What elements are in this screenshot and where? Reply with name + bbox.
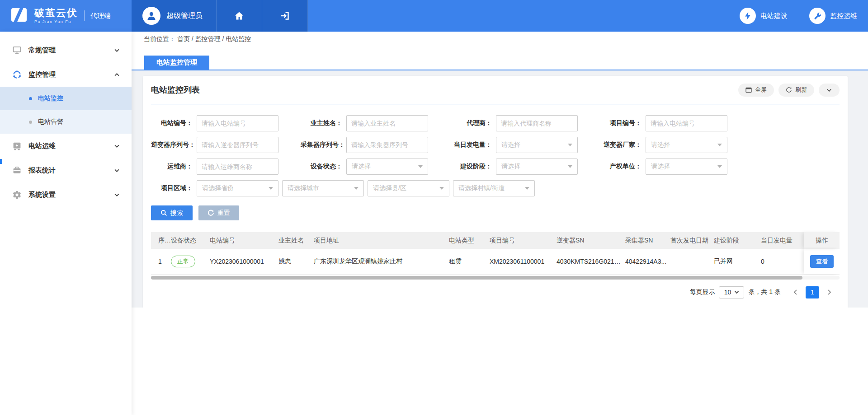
agent-input[interactable] <box>496 115 578 131</box>
sidebar-subitem-station-monitor[interactable]: 电站监控 <box>0 87 132 110</box>
caret-down-icon <box>717 165 722 168</box>
nav-monitor-ops[interactable]: 监控运维 <box>809 8 857 24</box>
caret-down-icon <box>734 290 739 294</box>
build-stage-select[interactable]: 请选择 <box>496 159 578 175</box>
prev-page-button[interactable] <box>790 286 802 298</box>
chevron-left-icon <box>793 289 799 295</box>
col-header: 电站类型 <box>449 237 490 245</box>
scrollbar-thumb[interactable] <box>151 276 802 280</box>
logout-button[interactable] <box>262 0 308 32</box>
per-page-label: 每页显示 <box>689 288 715 296</box>
reset-icon <box>208 210 214 216</box>
logo-divider <box>84 10 85 21</box>
field-label: 产权单位： <box>600 163 646 171</box>
col-header-action: 操作 <box>804 232 840 249</box>
cell-index: 1 <box>151 258 171 265</box>
filter-field-owner-name: 业主姓名： <box>301 115 450 131</box>
district-select[interactable]: 请选择县/区 <box>368 180 449 196</box>
table-row: 1 正常 YX2023061000001 姚忠 广东深圳龙华区观澜镇姚家庄村 租… <box>151 249 840 275</box>
search-button[interactable]: 搜索 <box>151 205 193 220</box>
station-table: 序号 设备状态 电站编号 业主姓名 项目地址 电站类型 项目编号 逆变器SN 采… <box>151 232 840 280</box>
chevron-down-icon <box>114 143 120 149</box>
cell-project-no: XM2023061100001 <box>490 258 557 265</box>
project-no-input[interactable] <box>646 115 727 131</box>
main-layout: 常规管理 监控管理 <box>0 32 868 415</box>
search-label: 搜索 <box>170 209 183 217</box>
town-select[interactable]: 请选择村镇/街道 <box>453 180 535 196</box>
filter-field-inverter-vendor: 逆变器厂家： 请选择 <box>600 137 750 153</box>
sidebar-item-general[interactable]: 常规管理 <box>0 38 132 62</box>
sidebar-subitem-label: 电站监控 <box>38 94 63 103</box>
sidebar-item-station-ops[interactable]: 电站运维 <box>0 134 132 158</box>
collapse-button[interactable] <box>819 84 840 97</box>
reset-button[interactable]: 重置 <box>198 205 239 220</box>
wrench-icon <box>809 8 826 24</box>
field-label: 逆变器序列号： <box>151 141 197 149</box>
bullet-dot-icon <box>29 97 32 100</box>
inverter-vendor-select[interactable]: 请选择 <box>646 137 727 153</box>
col-header: 设备状态 <box>171 237 210 245</box>
collector-sn-input[interactable] <box>346 137 428 153</box>
nav-monitor-ops-label: 监控运维 <box>830 12 857 20</box>
owner-name-input[interactable] <box>346 115 428 131</box>
page-number-button[interactable]: 1 <box>806 286 819 298</box>
caret-down-icon <box>568 144 572 146</box>
field-label: 项目区域： <box>151 184 197 192</box>
sidebar-item-reports[interactable]: 报表统计 <box>0 158 132 182</box>
cell-station-no: YX2023061000001 <box>210 258 278 265</box>
sidebar-item-settings[interactable]: 系统设置 <box>0 182 132 207</box>
station-monitor-card: 电站监控列表 全屏 <box>143 76 848 308</box>
refresh-button[interactable]: 刷新 <box>778 84 814 97</box>
field-label: 运维商： <box>151 163 197 171</box>
nav-station-build[interactable]: 电站建设 <box>740 8 788 24</box>
user-menu[interactable]: 超级管理员 <box>132 0 217 32</box>
pagination: 每页显示 10 条，共 1 条 1 <box>151 280 840 305</box>
filter-field-device-status: 设备状态： 请选择 <box>301 159 450 175</box>
station-no-input[interactable] <box>197 115 278 131</box>
fullscreen-button[interactable]: 全屏 <box>738 84 774 97</box>
ops-vendor-input[interactable] <box>197 159 278 175</box>
col-header: 项目编号 <box>490 237 557 245</box>
caret-down-icon <box>354 187 359 190</box>
filter-field-build-stage: 建设阶段： 请选择 <box>450 159 600 175</box>
brand-text: 破茧云伏 Po Jian Yun Fu <box>34 8 78 24</box>
chevron-up-icon <box>114 72 120 78</box>
inverter-sn-input[interactable] <box>197 137 278 153</box>
sidebar-subitem-label: 电站告警 <box>38 118 63 126</box>
sidebar-item-label: 系统设置 <box>28 191 56 199</box>
next-page-button[interactable] <box>823 286 835 298</box>
briefcase-icon <box>12 166 22 175</box>
page-size-select[interactable]: 10 <box>719 286 744 298</box>
device-status-select[interactable]: 请选择 <box>346 159 428 175</box>
province-select[interactable]: 请选择省份 <box>197 180 278 196</box>
topbar-spacer <box>308 0 740 32</box>
total-count-label: 条，共 1 条 <box>748 288 781 296</box>
sidebar-item-monitor-mgmt[interactable]: 监控管理 <box>0 62 132 87</box>
home-button[interactable] <box>217 0 262 32</box>
cell-daily-gen: 0 <box>761 258 804 265</box>
sidebar-subitem-station-alarm[interactable]: 电站告警 <box>0 110 132 134</box>
daily-gen-select[interactable]: 请选择 <box>496 137 578 153</box>
refresh-icon <box>786 87 792 93</box>
select-placeholder: 请选择 <box>501 141 520 149</box>
refresh-label: 刷新 <box>795 86 807 94</box>
select-placeholder: 请选择 <box>651 163 670 171</box>
brand-title: 破茧云伏 <box>34 8 78 19</box>
cell-collector-sn: 40422914A3... <box>625 258 670 265</box>
content-bottom-area <box>132 308 868 415</box>
breadcrumb-bar: 当前位置： 首页 / 监控管理 / 电站监控 <box>132 32 868 47</box>
reset-label: 重置 <box>217 209 230 217</box>
city-select[interactable]: 请选择城市 <box>282 180 364 196</box>
brand-subtitle: Po Jian Yun Fu <box>34 19 78 24</box>
field-label: 电站编号： <box>151 119 197 127</box>
cell-action: 查看 <box>804 249 840 274</box>
tab-station-monitor-mgmt[interactable]: 电站监控管理 <box>144 56 209 70</box>
col-header: 逆变器SN <box>557 237 625 245</box>
card-actions: 全屏 刷新 <box>738 84 840 97</box>
username: 超级管理员 <box>166 11 203 21</box>
filter-field-ops-vendor: 运维商： <box>151 159 301 175</box>
property-unit-select[interactable]: 请选择 <box>646 159 727 175</box>
view-button[interactable]: 查看 <box>810 255 834 268</box>
filter-field-station-no: 电站编号： <box>151 115 301 131</box>
col-header: 首次发电日期 <box>670 237 714 245</box>
